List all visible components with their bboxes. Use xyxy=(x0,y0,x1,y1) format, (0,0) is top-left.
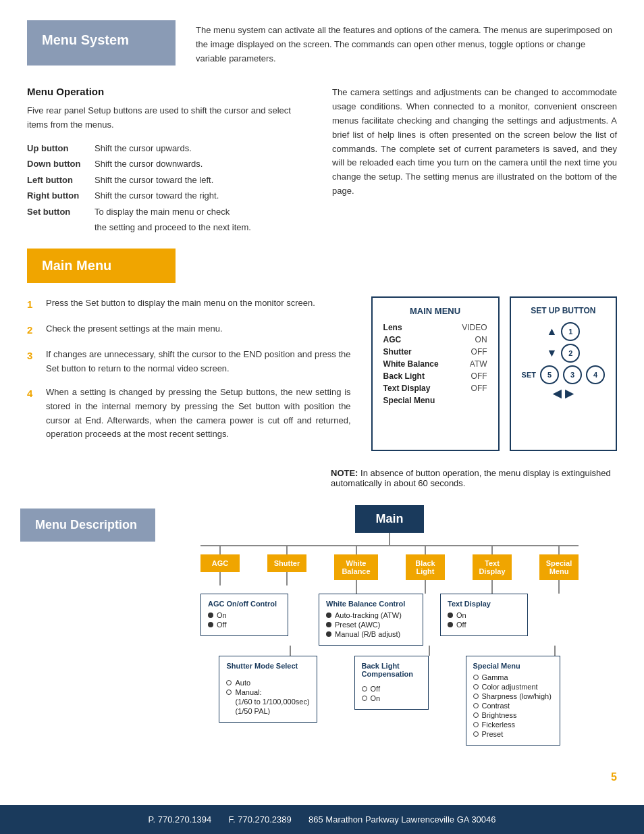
btn-desc-right: Shift the cursor toward the right. xyxy=(95,188,312,203)
step-text-1: Press the Set button to display the main… xyxy=(46,296,315,313)
btn-row-right: Right button Shift the cursor toward the… xyxy=(27,188,312,203)
menu-operation-intro: Five rear panel Setup buttons are used t… xyxy=(27,104,312,132)
agc-item-on: On xyxy=(208,611,281,619)
l1-node-agc: AGC xyxy=(200,554,240,572)
btn-row-down: Down button Shift the cursor downwards. xyxy=(27,156,312,172)
dot-empty-icon xyxy=(362,686,367,692)
dot-filled-icon xyxy=(208,622,213,627)
shutter-item-pal: (1/50 PAL) xyxy=(226,707,309,715)
dot-empty-icon xyxy=(473,731,479,737)
step-num-4: 4 xyxy=(27,386,39,442)
special-item-color: Color adjustment xyxy=(473,683,553,691)
step-2: 2 Check the present settings at the main… xyxy=(27,322,351,338)
l1-node-sm: SpecialMenu xyxy=(539,554,579,580)
set-label: SET xyxy=(522,371,536,379)
main-menu-right: MAIN MENU Lens VIDEO AGC ON Shutter OFF … xyxy=(371,296,617,451)
setup-buttons-grid: ▲ 1 ▼ 2 SET 5 3 4 xyxy=(522,322,605,400)
special-detail-title: Special Menu xyxy=(473,662,553,670)
setup-row-4: ◀ ▶ xyxy=(553,387,573,400)
menu-item-sm-name: Special Menu xyxy=(383,396,435,405)
special-item-preset: Preset xyxy=(473,730,553,738)
special-item-gamma: Gamma xyxy=(473,673,553,681)
td-item-on: On xyxy=(448,611,520,619)
dot-empty-icon xyxy=(226,689,232,695)
up-arrow-icon: ▲ xyxy=(546,325,557,338)
menu-operation-title: Menu Operation xyxy=(27,86,312,97)
main-menu-title: Main Menu xyxy=(42,258,161,273)
tree-horiz-line xyxy=(200,545,579,546)
step-text-2: Check the present settings at the main m… xyxy=(46,322,223,338)
setup-btn-1: 1 xyxy=(561,322,580,341)
menu-item-td: Text Display OFF xyxy=(383,384,487,393)
setup-btn-5: 5 xyxy=(540,365,559,384)
menu-item-td-name: Text Display xyxy=(383,384,431,393)
backlight-item-on: On xyxy=(362,694,421,702)
menu-item-sm: Special Menu xyxy=(383,396,487,405)
menu-item-shutter-name: Shutter xyxy=(383,347,412,357)
setup-row-2: ▼ 2 xyxy=(546,344,580,363)
menu-item-wb-name: White Balance xyxy=(383,359,439,369)
td-item-off: Off xyxy=(448,621,520,629)
menu-item-lens-val: VIDEO xyxy=(462,323,487,332)
l1-node-td: TextDisplay xyxy=(473,554,512,580)
setup-row-3: SET 5 3 4 xyxy=(522,365,605,384)
detail-col-special: Special Menu Gamma Color adjustment Shar… xyxy=(466,656,560,746)
step-1: 1 Press the Set button to display the ma… xyxy=(27,296,351,313)
menu-desc-title-box: Menu Description xyxy=(20,509,155,542)
agc-item-off: Off xyxy=(208,621,281,629)
dot-empty-icon xyxy=(473,722,479,727)
detail-col-backlight: Back LightCompensation Off On xyxy=(354,656,429,746)
main-node: Main xyxy=(355,505,423,533)
menu-operation-right: The camera settings and adjustments can … xyxy=(332,86,617,235)
shutter-vert-line xyxy=(290,646,291,656)
tree-diagram: Main AGC Shutter xyxy=(155,505,624,746)
btn-desc-down: Shift the cursor downwards. xyxy=(95,156,312,172)
backlight-vert-line xyxy=(429,646,430,656)
left-arrow-icon: ◀ xyxy=(553,387,561,400)
header-title-box: Menu System xyxy=(27,20,176,66)
step-num-1: 1 xyxy=(27,296,39,313)
shutter-item-manual: Manual: xyxy=(226,688,309,696)
header-section: Menu System The menu system can activate… xyxy=(0,0,644,79)
menu-item-bl: Back Light OFF xyxy=(383,371,487,381)
main-menu-steps: 1 Press the Set button to display the ma… xyxy=(27,296,351,451)
wb-item-awc: Preset (AWC) xyxy=(326,621,416,629)
dot-empty-icon xyxy=(473,712,479,718)
l1-node-shutter: Shutter xyxy=(267,554,306,572)
btn-desc-left: Shift the cursor toward the left. xyxy=(95,172,312,188)
btn-label-down: Down button xyxy=(27,156,88,172)
btn-row-set: Set button To display the main menu or c… xyxy=(27,204,312,236)
backlight-detail-title: Back LightCompensation xyxy=(362,662,421,678)
l1-bl-col: BlackLight xyxy=(406,546,445,594)
menu-operation-section: Menu Operation Five rear panel Setup but… xyxy=(0,79,644,249)
menu-item-agc: AGC ON xyxy=(383,335,487,344)
dot-empty-icon xyxy=(226,680,232,685)
dot-empty-icon xyxy=(473,684,479,689)
main-menu-title-box: Main Menu xyxy=(27,249,176,283)
l1-node-wb: WhiteBalance xyxy=(334,554,378,580)
note-text: NOTE: In absence of button operation, th… xyxy=(331,468,611,488)
dot-filled-icon xyxy=(326,613,331,618)
right-arrow-icon: ▶ xyxy=(565,387,573,400)
menu-operation-left: Menu Operation Five rear panel Setup but… xyxy=(27,86,312,235)
special-item-contrast: Contrast xyxy=(473,702,553,710)
setup-row-1: ▲ 1 xyxy=(546,322,580,341)
special-item-sharpness: Sharpness (low/high) xyxy=(473,692,553,700)
shutter-detail-title: Shutter Mode Select xyxy=(226,662,309,670)
btn-row-left: Left button Shift the cursor toward the … xyxy=(27,172,312,188)
step-text-4: When a setting is changed by pressing th… xyxy=(46,386,351,442)
btn-label-right: Right button xyxy=(27,188,88,203)
menu-desc-title: Menu Description xyxy=(35,518,140,532)
detail-row-2: Shutter Mode Select Auto Manual: (1/60 t… xyxy=(200,656,579,746)
agc-detail-title: AGC On/off Control xyxy=(208,600,281,608)
menu-item-td-val: OFF xyxy=(471,384,487,393)
detail-box-backlight: Back LightCompensation Off On xyxy=(354,656,429,710)
special-item-brightness: Brightness xyxy=(473,711,553,719)
btn-label-left: Left button xyxy=(27,172,88,188)
btn-desc-set: To display the main menu or checkthe set… xyxy=(95,204,312,236)
menu-item-shutter-val: OFF xyxy=(471,347,487,357)
setup-btn-3: 3 xyxy=(563,365,582,384)
special-vert-line xyxy=(554,646,556,656)
backlight-item-off: Off xyxy=(362,685,421,693)
main-menu-section: Main Menu 1 Press the Set button to disp… xyxy=(0,249,644,465)
